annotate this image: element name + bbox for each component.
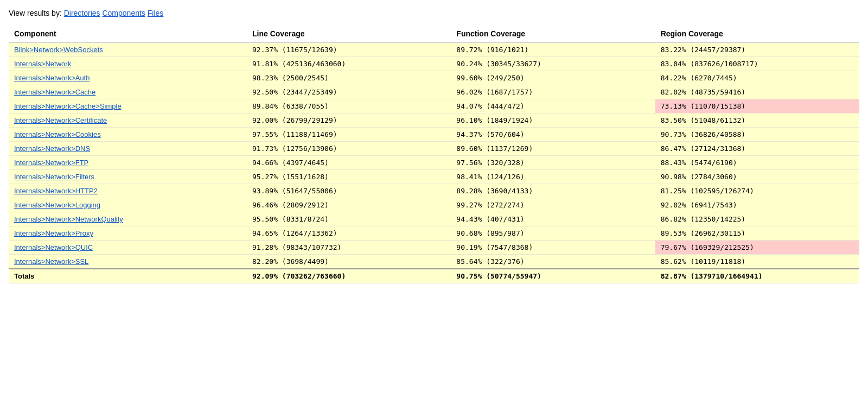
- cell-line-coverage: 92.00% (26799/29129): [247, 113, 451, 128]
- component-link[interactable]: Internals>Network>Cache>Simple: [14, 102, 122, 110]
- component-link[interactable]: Internals>Network>Auth: [14, 74, 90, 82]
- cell-function-coverage: 99.27% (272/274): [451, 198, 655, 212]
- cell-region-coverage: 92.02% (6941/7543): [655, 198, 859, 212]
- table-row: Internals>Network>Auth98.23% (2500/2545)…: [9, 71, 859, 85]
- cell-region-coverage: 84.22% (6270/7445): [655, 71, 859, 85]
- component-link[interactable]: Internals>Network>Cache: [14, 88, 95, 96]
- header-function-coverage: Function Coverage: [451, 25, 655, 43]
- table-row: Internals>Network>DNS91.73% (12756/13906…: [9, 142, 859, 156]
- cell-component: Internals>Network>Cache: [9, 85, 247, 99]
- table-row: Internals>Network>Cache>Simple89.84% (63…: [9, 99, 859, 113]
- cell-component: Internals>Network>Proxy: [9, 226, 247, 241]
- cell-function-coverage: 94.07% (444/472): [451, 99, 655, 113]
- cell-function-coverage: 94.37% (570/604): [451, 128, 655, 142]
- table-row: Internals>Network>Cookies97.55% (11188/1…: [9, 128, 859, 142]
- component-link[interactable]: Internals>Network>NetworkQuality: [14, 215, 123, 223]
- header-line-coverage: Line Coverage: [247, 25, 451, 43]
- directories-link[interactable]: Directories: [64, 9, 100, 17]
- table-row: Internals>Network>NetworkQuality95.50% (…: [9, 212, 859, 226]
- cell-region-coverage: 83.50% (51048/61132): [655, 113, 859, 128]
- table-row: Internals>Network>FTP94.66% (4397/4645)9…: [9, 156, 859, 170]
- cell-component: Blink>Network>WebSockets: [9, 43, 247, 57]
- component-link[interactable]: Internals>Network>Cookies: [14, 130, 101, 138]
- component-link[interactable]: Internals>Network>Proxy: [14, 229, 93, 237]
- cell-function-coverage: 99.60% (249/250): [451, 71, 655, 85]
- table-row: Blink>Network>WebSockets92.37% (11675/12…: [9, 43, 859, 57]
- cell-function-coverage: 90.19% (7547/8368): [451, 241, 655, 255]
- table-row: Internals>Network91.81% (425136/463060)9…: [9, 57, 859, 71]
- cell-component: Internals>Network>Filters: [9, 170, 247, 184]
- component-link[interactable]: Internals>Network>SSL: [14, 257, 88, 266]
- table-header-row: Component Line Coverage Function Coverag…: [9, 25, 859, 43]
- cell-component: Internals>Network>Auth: [9, 71, 247, 85]
- component-link[interactable]: Blink>Network>WebSockets: [14, 46, 103, 54]
- cell-function-coverage: 94.43% (407/431): [451, 212, 655, 226]
- totals-component: Totals: [9, 269, 247, 283]
- cell-region-coverage: 86.47% (27124/31368): [655, 142, 859, 156]
- cell-region-coverage: 83.22% (24457/29387): [655, 43, 859, 57]
- cell-line-coverage: 94.65% (12647/13362): [247, 226, 451, 241]
- table-row: Internals>Network>Cache92.50% (23447/253…: [9, 85, 859, 99]
- cell-function-coverage: 96.10% (1849/1924): [451, 113, 655, 128]
- cell-region-coverage: 89.53% (26962/30115): [655, 226, 859, 241]
- component-link[interactable]: Internals>Network>HTTP2: [14, 187, 98, 195]
- table-row: Internals>Network>Filters95.27% (1551/16…: [9, 170, 859, 184]
- files-link[interactable]: Files: [148, 9, 164, 17]
- cell-line-coverage: 91.73% (12756/13906): [247, 142, 451, 156]
- cell-region-coverage: 90.98% (2784/3060): [655, 170, 859, 184]
- cell-region-coverage: 86.82% (12350/14225): [655, 212, 859, 226]
- cell-line-coverage: 92.37% (11675/12639): [247, 43, 451, 57]
- cell-component: Internals>Network: [9, 57, 247, 71]
- header-region-coverage: Region Coverage: [655, 25, 859, 43]
- cell-component: Internals>Network>Cache>Simple: [9, 99, 247, 113]
- cell-component: Internals>Network>DNS: [9, 142, 247, 156]
- cell-line-coverage: 96.46% (2809/2912): [247, 198, 451, 212]
- component-link[interactable]: Internals>Network>DNS: [14, 144, 90, 153]
- cell-line-coverage: 91.81% (425136/463060): [247, 57, 451, 71]
- table-row: Internals>Network>Certificate92.00% (267…: [9, 113, 859, 128]
- cell-line-coverage: 97.55% (11188/11469): [247, 128, 451, 142]
- cell-region-coverage: 90.73% (36826/40588): [655, 128, 859, 142]
- table-row: Internals>Network>QUIC91.28% (98343/1077…: [9, 241, 859, 255]
- component-link[interactable]: Internals>Network: [14, 60, 71, 68]
- cell-function-coverage: 89.60% (1137/1269): [451, 142, 655, 156]
- cell-function-coverage: 90.24% (30345/33627): [451, 57, 655, 71]
- view-results-bar: View results by: Directories Components …: [9, 9, 859, 17]
- cell-region-coverage: 81.25% (102595/126274): [655, 184, 859, 198]
- cell-function-coverage: 89.72% (916/1021): [451, 43, 655, 57]
- cell-line-coverage: 95.50% (8331/8724): [247, 212, 451, 226]
- totals-row: Totals92.09% (703262/763660)90.75% (5077…: [9, 269, 859, 283]
- cell-line-coverage: 94.66% (4397/4645): [247, 156, 451, 170]
- component-link[interactable]: Internals>Network>Logging: [14, 201, 100, 209]
- cell-function-coverage: 89.28% (3690/4133): [451, 184, 655, 198]
- components-link[interactable]: Components: [102, 9, 145, 17]
- cell-line-coverage: 95.27% (1551/1628): [247, 170, 451, 184]
- cell-region-coverage: 83.04% (837626/1008717): [655, 57, 859, 71]
- component-link[interactable]: Internals>Network>Certificate: [14, 116, 107, 124]
- totals-function: 90.75% (50774/55947): [451, 269, 655, 283]
- table-row: Internals>Network>Logging96.46% (2809/29…: [9, 198, 859, 212]
- table-row: Internals>Network>HTTP293.89% (51647/550…: [9, 184, 859, 198]
- cell-component: Internals>Network>Certificate: [9, 113, 247, 128]
- cell-function-coverage: 96.02% (1687/1757): [451, 85, 655, 99]
- cell-line-coverage: 82.20% (3698/4499): [247, 255, 451, 269]
- component-link[interactable]: Internals>Network>Filters: [14, 173, 94, 181]
- cell-region-coverage: 79.67% (169329/212525): [655, 241, 859, 255]
- component-link[interactable]: Internals>Network>QUIC: [14, 243, 93, 251]
- view-results-label: View results by:: [9, 9, 64, 17]
- cell-line-coverage: 89.84% (6338/7055): [247, 99, 451, 113]
- cell-region-coverage: 85.62% (10119/11818): [655, 255, 859, 269]
- totals-line: 92.09% (703262/763660): [247, 269, 451, 283]
- cell-line-coverage: 98.23% (2500/2545): [247, 71, 451, 85]
- cell-component: Internals>Network>QUIC: [9, 241, 247, 255]
- totals-region: 82.87% (1379710/1664941): [655, 269, 859, 283]
- cell-region-coverage: 73.13% (11070/15138): [655, 99, 859, 113]
- cell-component: Internals>Network>Logging: [9, 198, 247, 212]
- table-row: Internals>Network>Proxy94.65% (12647/133…: [9, 226, 859, 241]
- cell-line-coverage: 92.50% (23447/25349): [247, 85, 451, 99]
- cell-function-coverage: 98.41% (124/126): [451, 170, 655, 184]
- cell-function-coverage: 90.68% (895/987): [451, 226, 655, 241]
- header-component: Component: [9, 25, 247, 43]
- cell-region-coverage: 88.43% (5474/6190): [655, 156, 859, 170]
- component-link[interactable]: Internals>Network>FTP: [14, 159, 88, 167]
